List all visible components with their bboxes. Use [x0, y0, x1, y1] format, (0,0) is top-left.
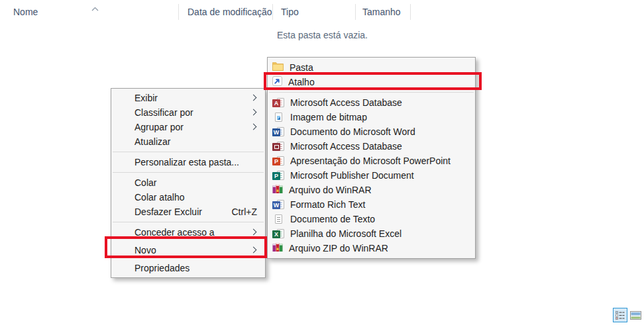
submenu-arrow-icon: [250, 109, 257, 116]
context-menu-item-colar[interactable]: Colar: [111, 175, 265, 190]
new-submenu-item-publisher-document[interactable]: P Microsoft Publisher Document: [268, 168, 475, 183]
menu-item-label: Documento do Microsoft Word: [290, 124, 415, 139]
column-header-size[interactable]: Tamanho: [362, 7, 401, 17]
new-submenu-item-winrar-archive[interactable]: Arquivo do WinRAR: [268, 183, 475, 197]
menu-item-label: Documento de Texto: [290, 212, 375, 226]
menu-item-label: Arquivo ZIP do WinRAR: [289, 241, 388, 255]
new-submenu-item-pasta[interactable]: Pasta: [268, 60, 475, 75]
thumbnails-view-button[interactable]: [630, 310, 641, 319]
menu-separator: [269, 92, 474, 93]
context-menu-item-classificar-por[interactable]: Classificar por: [111, 105, 265, 120]
column-resize-handle[interactable]: [355, 4, 356, 20]
new-submenu-item-text-document[interactable]: Documento de Texto: [268, 212, 475, 226]
details-view-button[interactable]: [613, 308, 627, 322]
menu-separator: [113, 172, 264, 173]
menu-item-label: Formato Rich Text: [290, 197, 365, 212]
column-resize-handle[interactable]: [178, 4, 179, 20]
column-resize-handle[interactable]: [272, 4, 273, 20]
menu-item-label: Planilha do Microsoft Excel: [290, 226, 402, 241]
menu-item-label: Novo: [134, 245, 156, 255]
publisher-icon: P: [272, 170, 284, 181]
context-menu-item-colar-atalho[interactable]: Colar atalho: [111, 190, 265, 205]
new-submenu-item-powerpoint-presentation[interactable]: P Apresentação do Microsoft PowerPoint: [268, 154, 475, 168]
context-menu-item-conceder-acesso-a[interactable]: Conceder acesso a: [111, 225, 265, 240]
submenu-arrow-icon: [250, 124, 257, 130]
rtf-icon: W: [272, 199, 284, 210]
access-icon: A: [272, 97, 284, 109]
menu-item-label: Arquivo do WinRAR: [289, 183, 372, 197]
new-submenu-item-winrar-zip[interactable]: Arquivo ZIP do WinRAR: [268, 241, 475, 255]
submenu-arrow-icon: [250, 95, 257, 101]
menu-item-label: Personalizar esta pasta...: [134, 157, 239, 167]
new-submenu-item-atalho[interactable]: Atalho: [268, 75, 475, 89]
column-header-name[interactable]: Nome: [13, 7, 38, 17]
new-submenu-item-bitmap-image[interactable]: Imagem de bitmap: [268, 110, 475, 124]
excel-icon: X: [272, 228, 284, 240]
new-submenu-item-rich-text[interactable]: W Formato Rich Text: [268, 197, 475, 212]
details-list-icon: [615, 310, 625, 320]
submenu-arrow-icon: [250, 229, 257, 236]
menu-item-label: Atualizar: [134, 136, 170, 147]
new-submenu-item-access-database-2[interactable]: Microsoft Access Database: [268, 139, 475, 154]
keyboard-shortcut: Ctrl+Z: [232, 205, 258, 219]
explorer-window: Nome Data de modificação Tipo Tamanho Es…: [0, 0, 644, 325]
context-menu-item-personalizar-esta-pasta[interactable]: Personalizar esta pasta...: [111, 155, 265, 169]
column-header-type[interactable]: Tipo: [281, 7, 299, 17]
new-submenu-item-word-document[interactable]: W Documento do Microsoft Word: [268, 124, 475, 139]
new-submenu-item-excel-spreadsheet[interactable]: X Planilha do Microsoft Excel: [268, 226, 475, 241]
text-file-icon: [272, 214, 284, 225]
menu-item-label: Microsoft Access Database: [290, 95, 402, 110]
shortcut-icon: [272, 76, 282, 88]
column-header-date-modified[interactable]: Data de modificação: [188, 7, 272, 17]
powerpoint-icon: P: [272, 156, 284, 167]
context-menu: Exibir Classificar por Agrupar por Atual…: [111, 88, 266, 278]
menu-item-label: Conceder acesso a: [134, 227, 215, 238]
menu-item-label: Imagem de bitmap: [290, 110, 367, 124]
context-menu-item-agrupar-por[interactable]: Agrupar por: [111, 120, 265, 134]
menu-item-label: Apresentação do Microsoft PowerPoint: [290, 154, 451, 168]
menu-item-label: Exibir: [134, 93, 158, 103]
context-menu-item-desfazer-excluir[interactable]: Desfazer Excluir Ctrl+Z: [111, 205, 265, 219]
bitmap-image-icon: [272, 112, 284, 123]
empty-folder-message: Esta pasta está vazia.: [277, 30, 368, 40]
menu-separator: [113, 152, 264, 152]
context-menu-item-atualizar[interactable]: Atualizar: [111, 134, 265, 149]
winrar-icon: [272, 184, 283, 196]
menu-item-label: Colar: [134, 177, 156, 188]
word-icon: W: [272, 126, 284, 138]
menu-item-label: Microsoft Access Database: [290, 139, 402, 154]
menu-item-label: Agrupar por: [134, 122, 184, 132]
context-menu-item-novo[interactable]: Novo: [111, 243, 265, 257]
menu-item-label: Pasta: [290, 60, 313, 75]
menu-item-label: Propriedades: [134, 263, 189, 273]
context-menu-item-exibir[interactable]: Exibir: [111, 91, 265, 105]
thumbnail-picture-icon: [630, 311, 641, 320]
winrar-zip-icon: [272, 242, 283, 254]
submenu-arrow-icon: [250, 247, 257, 254]
access-mdb-icon: [272, 141, 284, 152]
menu-item-label: Atalho: [288, 75, 315, 89]
menu-item-label: Colar atalho: [134, 192, 185, 203]
menu-item-label: Desfazer Excluir: [134, 207, 202, 217]
column-resize-handle[interactable]: [410, 4, 411, 20]
menu-separator: [113, 222, 264, 222]
folder-icon: [272, 62, 284, 73]
sort-ascending-icon: [91, 2, 99, 14]
new-submenu: Pasta Atalho A Microsoft Access Database: [267, 57, 476, 259]
menu-item-label: Classificar por: [134, 107, 193, 118]
menu-item-label: Microsoft Publisher Document: [290, 168, 414, 183]
new-submenu-item-access-database[interactable]: A Microsoft Access Database: [268, 95, 475, 110]
context-menu-item-propriedades[interactable]: Propriedades: [111, 261, 265, 275]
